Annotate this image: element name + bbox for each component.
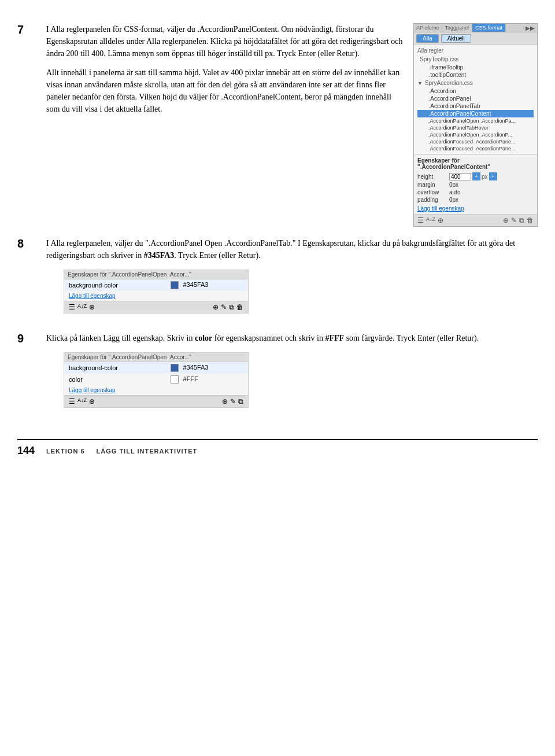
css-prop-row-padding: padding 0px [417,197,534,203]
step-8-para-1: I Alla reglerpanelen, väljer du ".Accord… [46,237,538,261]
bs-icon-delete[interactable]: 🗑 [236,303,243,311]
screenshot-toolbar-1: ☰ A↓Z ⊕ ⊕ ✎ ⧉ 🗑 [64,301,248,313]
css-rule-iframetooltip[interactable]: .iframeTooltip [417,64,534,71]
css-prop-row-overflow: overflow auto [417,189,534,196]
css-prop-value-margin: 0px [449,182,534,188]
color-swatch-345fa3 [171,281,179,289]
prop-name-color: color [64,374,166,385]
panel-expand-icon[interactable]: ▶▶ [526,25,535,31]
css-prop-value-overflow: auto [449,189,534,196]
css-format-panel: AP-eleme Taggpanel CSS-format ▶▶ Alla Ak… [413,23,538,227]
color-swatch-345fa3-2 [171,364,179,372]
css-rule-accordion[interactable]: .Accordion [417,87,534,95]
css-prop-value-padding: 0px [449,197,534,203]
screenshot-add-property-2[interactable]: Lägg till egenskap [64,385,248,395]
prop-value-bg-color-2: #345FA3 [166,362,248,374]
css-rule-accordionpanel[interactable]: .AccordionPanel [417,95,534,102]
css-rule-accordionpaneltab[interactable]: .AccordionPanelTab [417,102,534,110]
table-row: background-color #345FA3 [64,279,248,291]
tab-css-format[interactable]: CSS-format [472,24,506,32]
css-file-sprytooltip[interactable]: SpryTooltip.css [417,55,534,64]
css-prop-name-height: height [417,174,449,180]
footer-page-number: 144 [17,445,35,457]
screenshot-title-1: Egenskaper för ".AccordionPanelOpen .Acc… [64,270,248,279]
toolbar-icon-copy[interactable]: ⧉ [519,216,524,224]
step-9-para-1: Klicka på länken Lägg till egenskap. Skr… [46,332,538,344]
bs-icon-az-2[interactable]: A↓Z [77,397,87,405]
css-rule-accordionpanelcontent[interactable]: .AccordionPanelContent [417,110,534,117]
css-filter-bar: Alla Aktuell [414,32,537,45]
css-prop-name-margin: margin [417,182,449,188]
css-rule-accordionfocused1[interactable]: .AccordionFocused .AccordionPane... [417,138,534,145]
css-properties-section: Egenskaper för ".AccordionPanelContent" … [414,154,537,214]
css-rule-accordionpanelopen2[interactable]: .AccordionPanelOpen .AccordionP... [417,131,534,138]
toolbar-icon-delete[interactable]: 🗑 [527,216,534,224]
btn-aktuell[interactable]: Aktuell [441,34,471,43]
step-number-7: 7 [17,23,46,227]
screenshot-title-2: Egenskaper för ".AccordionPanelOpen .Acc… [64,353,248,362]
btn-alla[interactable]: Alla [416,34,439,43]
prop-value-color: #FFF [166,374,248,385]
screenshot-table-2: background-color #345FA3 color #FFF [64,362,248,385]
toolbar-icon-list[interactable]: ☰ [417,216,424,224]
bs-toolbar-left: ☰ A↓Z ⊕ [69,303,95,311]
table-row: color #FFF [64,374,248,385]
toolbar-icon-link[interactable]: ⊕ [503,216,509,224]
css-rule-accordionpanelopen1[interactable]: .AccordionPanelOpen .AccordionPa... [417,117,534,124]
css-rule-accordionpaneltabhover[interactable]: .AccordionPanelTabHover [417,124,534,131]
step-7-para-1: I Alla reglerpanelen för CSS-format, väl… [46,23,404,60]
css-prop-name-overflow: overflow [417,189,449,196]
all-rules-label: Alla regler [417,47,534,54]
css-file-spryaccordion-row: ▼ SpryAccordion.css [417,79,534,87]
screenshot-accordionpanelopen: Egenskaper för ".AccordionPanelOpen .Acc… [64,270,249,314]
bs-icon-list[interactable]: ☰ [69,303,75,311]
css-add-property-link[interactable]: Lägg till egenskap [417,205,534,212]
screenshot-table-1: background-color #345FA3 [64,279,248,291]
tab-taggpanel[interactable]: Taggpanel [442,24,473,32]
bs-icon-edit[interactable]: ✎ [221,303,227,311]
css-rule-tooltipcontent[interactable]: .tooltipContent [417,71,534,79]
prop-name-bg-color: background-color [64,279,166,291]
prop-name-bg-color-2: background-color [64,362,166,374]
prop-value-bg-color: #345FA3 [166,279,248,291]
color-swatch-fff [171,375,179,383]
step-number-9: 9 [17,332,46,416]
footer-lesson-label: LEKTION 6 [46,448,84,455]
css-prop-row-margin: margin 0px [417,182,534,188]
bs-icon-link[interactable]: ⊕ [213,303,219,311]
chevron-down-icon: ▼ [417,80,423,86]
bs-toolbar-left-2: ☰ A↓Z ⊕ [69,397,95,405]
css-rule-accordionfocused2[interactable]: .AccordionFocused .AccordionPane... [417,145,534,152]
toolbar-icon-edit[interactable]: ✎ [511,216,517,224]
css-props-title: Egenskaper för ".AccordionPanelContent" [417,157,534,170]
bs-toolbar-right-2: ⊕ ✎ ⧉ [222,397,243,405]
css-panel-tabs: AP-eleme Taggpanel CSS-format ▶▶ [414,24,537,32]
bs-icon-plus-2[interactable]: ⊕ [89,397,95,405]
css-prop-unit-height: px [482,174,488,180]
css-prop-input-height[interactable] [449,173,471,180]
bs-icon-copy[interactable]: ⧉ [229,303,234,311]
footer-lesson-title: LÄGG TILL INTERAKTIVITET [97,448,198,455]
css-file-spryaccordion[interactable]: SpryAccordion.css [423,79,475,87]
tab-ap-element[interactable]: AP-eleme [414,24,442,32]
screenshot-add-property-1[interactable]: Lägg till egenskap [64,291,248,301]
screenshot-accordionpanelopen-2: Egenskaper för ".AccordionPanelOpen .Acc… [64,352,249,408]
screenshot-toolbar-2: ☰ A↓Z ⊕ ⊕ ✎ ⧉ [64,395,248,407]
toolbar-icon-az[interactable]: A↓Z [426,216,435,224]
bs-icon-link-2[interactable]: ⊕ [222,397,228,405]
bs-icon-edit-2[interactable]: ✎ [230,397,236,405]
css-prop-decrement-height[interactable]: + [489,172,497,180]
bs-toolbar-right: ⊕ ✎ ⧉ 🗑 [213,303,243,311]
css-panel-toolbar: ☰ A↓Z ⊕ ⊕ ✎ ⧉ 🗑 [414,214,537,226]
bs-icon-copy-2[interactable]: ⧉ [238,397,243,405]
bs-icon-az[interactable]: A↓Z [77,303,87,311]
bs-icon-list-2[interactable]: ☰ [69,397,75,405]
all-rules-section: Alla regler SpryTooltip.css .iframeToolt… [414,45,537,154]
step-7-para-2: Allt innehåll i panelerna är satt till s… [46,67,404,115]
css-prop-increment-height[interactable]: + [472,172,480,180]
footer-separator [90,448,92,455]
bs-icon-plus[interactable]: ⊕ [89,303,95,311]
toolbar-icon-plus-circle[interactable]: ⊕ [438,216,443,224]
toolbar-left-icons: ☰ A↓Z ⊕ [417,216,443,224]
toolbar-right-icons: ⊕ ✎ ⧉ 🗑 [503,216,534,224]
